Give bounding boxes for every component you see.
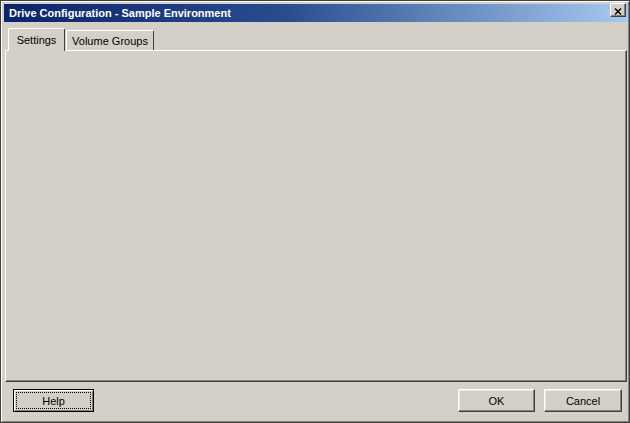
cancel-button[interactable]: Cancel: [544, 389, 622, 412]
tab-volume-groups[interactable]: Volume Groups: [66, 30, 154, 50]
tab-volume-groups-label: Volume Groups: [72, 35, 148, 47]
help-button[interactable]: Help: [13, 389, 94, 412]
close-icon: [614, 3, 622, 18]
tab-settings-label: Settings: [17, 34, 57, 46]
tab-settings[interactable]: Settings: [8, 28, 65, 51]
ok-button[interactable]: OK: [458, 389, 535, 412]
close-button[interactable]: [610, 3, 626, 17]
window-title: Drive Configuration - Sample Environment: [4, 7, 231, 19]
drive-configuration-dialog: Drive Configuration - Sample Environment…: [0, 0, 630, 423]
title-bar[interactable]: Drive Configuration - Sample Environment: [4, 4, 628, 22]
settings-tab-panel: [5, 50, 627, 382]
